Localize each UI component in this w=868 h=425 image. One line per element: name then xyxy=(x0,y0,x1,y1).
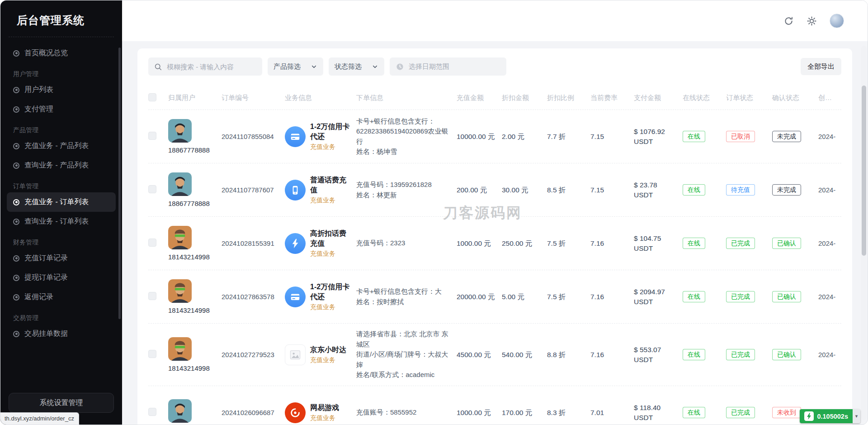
sidebar-item-trade-pending-data[interactable]: 交易挂单数据 xyxy=(7,324,116,344)
order-info: 请选择省市县：北京 北京市 东城区 街道/小区/商场门牌号：大叔大婶 姓名/联系… xyxy=(356,329,457,380)
col-header-order-info: 下单信息 xyxy=(356,93,457,103)
business-name: 高折扣话费充值 xyxy=(310,229,351,248)
product-filter-select[interactable]: 产品筛选 xyxy=(268,57,323,76)
business-type: 充值业务 xyxy=(310,250,351,258)
sidebar-item-label: 提现订单记录 xyxy=(24,273,68,282)
col-header-confirm-status: 确认状态 xyxy=(772,94,818,102)
business-type: 充值业务 xyxy=(310,414,351,422)
refresh-icon[interactable] xyxy=(783,16,794,26)
order-number: 20241107787607 xyxy=(222,186,285,194)
table-header-row: 归属用户 订单编号 业务信息 下单信息 充值金额 折扣金额 折扣比例 当前费率 … xyxy=(148,86,841,110)
sidebar-item-label: 交易挂单数据 xyxy=(24,329,68,339)
online-status-badge: 在线 xyxy=(683,349,705,361)
col-header-created: 创建时间 xyxy=(818,94,844,102)
row-checkbox[interactable] xyxy=(148,239,156,247)
table-row: 20241026096687 网易游戏 充值业务 充值账号：5855952 10… xyxy=(148,386,841,425)
online-status-badge: 在线 xyxy=(683,131,705,143)
sidebar-item-overview[interactable]: 首页概况总览 xyxy=(7,43,116,63)
profile-avatar[interactable] xyxy=(830,14,844,28)
order-number: 20241026096687 xyxy=(222,409,285,416)
sidebar-item-label: 返佣记录 xyxy=(24,292,53,302)
discount-ratio: 7.5 折 xyxy=(547,292,590,302)
sidebar-item-rebate-records[interactable]: 返佣记录 xyxy=(7,287,116,307)
table-row: 18867778888 20241107787607 普通话费充值 充值业务 充… xyxy=(148,163,841,217)
discount-ratio: 8.3 折 xyxy=(547,408,590,418)
pay-amount: $ 23.78 USDT xyxy=(634,180,683,200)
mobile-phone-icon xyxy=(285,180,306,201)
app-window: 后台管理系统 首页概况总览 用户管理 用户列表 支付管理 产品管理 充值业务 -… xyxy=(0,0,868,425)
col-header-order-no: 订单编号 xyxy=(222,94,285,102)
recharge-amount: 1000.00 元 xyxy=(457,408,502,418)
date-range-picker[interactable]: 选择日期范围 xyxy=(390,57,506,76)
sidebar-section-finance-mgmt: 财务管理 xyxy=(7,239,116,247)
created-time: 2024- xyxy=(818,186,844,194)
chevron-down-icon: ▾ xyxy=(853,409,860,423)
row-checkbox[interactable] xyxy=(148,408,156,416)
sidebar-item-query-product-list[interactable]: 查询业务 - 产品列表 xyxy=(7,156,116,175)
sidebar-item-user-list[interactable]: 用户列表 xyxy=(7,80,116,100)
sidebar-scrollbar-thumb[interactable] xyxy=(118,48,121,319)
circle-dot-icon xyxy=(13,162,19,169)
discount-amount: 5.00 元 xyxy=(502,292,547,302)
business-type: 充值业务 xyxy=(310,303,351,311)
row-checkbox[interactable] xyxy=(148,350,156,358)
business-type: 充值业务 xyxy=(310,143,351,151)
sidebar-item-payment-mgmt[interactable]: 支付管理 xyxy=(7,100,116,119)
order-info: 卡号+银行信息包含支行：6228233865194020869农业银行 姓名：杨… xyxy=(356,116,457,157)
order-list-card: 产品筛选 状态筛选 选择日期范围 全部导出 xyxy=(137,48,852,425)
sidebar: 后台管理系统 首页概况总览 用户管理 用户列表 支付管理 产品管理 充值业务 -… xyxy=(0,0,122,425)
orders-table: 归属用户 订单编号 业务信息 下单信息 充值金额 折扣金额 折扣比例 当前费率 … xyxy=(148,86,841,425)
sidebar-item-label: 充值业务 - 订单列表 xyxy=(24,197,89,207)
theme-light-icon[interactable] xyxy=(807,16,817,26)
sidebar-section-user-mgmt: 用户管理 xyxy=(7,70,116,78)
sidebar-item-recharge-order-records[interactable]: 充值订单记录 xyxy=(7,248,116,268)
page-load-timer-badge[interactable]: 0.105002s ▾ xyxy=(800,409,860,423)
business-name: 1-2万信用卡代还 xyxy=(310,282,351,301)
current-rate: 7.01 xyxy=(590,408,634,418)
created-time: 2024- xyxy=(818,133,844,140)
netease-logo-icon xyxy=(285,402,306,423)
lightning-icon xyxy=(285,233,306,254)
order-status-badge: 已完成 xyxy=(726,238,755,249)
vertical-scrollbar-thumb[interactable] xyxy=(862,86,866,256)
business-name: 京东小时达 xyxy=(310,345,351,355)
col-header-rate: 当前费率 xyxy=(590,94,634,102)
select-all-checkbox[interactable] xyxy=(148,93,156,101)
table-row: 18143214998 20241027279523 京东小时达 充值业务 请选… xyxy=(148,324,841,386)
system-settings-button[interactable]: 系统设置管理 xyxy=(9,393,114,413)
online-status-badge: 在线 xyxy=(683,291,705,303)
order-status-badge: 已取消 xyxy=(726,131,755,143)
search-icon xyxy=(154,62,162,71)
discount-amount: 170.00 元 xyxy=(502,408,547,418)
sidebar-item-recharge-order-list[interactable]: 充值业务 - 订单列表 xyxy=(7,192,116,212)
search-input[interactable] xyxy=(166,62,257,71)
col-header-online-status: 在线状态 xyxy=(683,94,726,102)
circle-dot-icon xyxy=(13,106,19,113)
business-name: 1-2万信用卡代还 xyxy=(310,122,351,141)
sidebar-section-product-mgmt: 产品管理 xyxy=(7,126,116,134)
discount-amount: 250.00 元 xyxy=(502,239,547,248)
status-filter-select[interactable]: 状态筛选 xyxy=(329,57,384,76)
row-checkbox[interactable] xyxy=(148,132,156,140)
user-avatar xyxy=(168,337,192,361)
sidebar-section-trade-mgmt: 交易管理 xyxy=(7,314,116,322)
export-all-button[interactable]: 全部导出 xyxy=(801,58,841,75)
sidebar-item-recharge-product-list[interactable]: 充值业务 - 产品列表 xyxy=(7,136,116,156)
status-filter-label: 状态筛选 xyxy=(335,62,362,71)
recharge-amount: 10000.00 元 xyxy=(457,132,502,142)
sidebar-item-withdraw-order-records[interactable]: 提现订单记录 xyxy=(7,268,116,287)
order-info: 卡号+银行信息包含支行：大 姓名：按时擦拭 xyxy=(356,287,457,307)
credit-card-icon xyxy=(285,126,306,147)
business-name: 网易游戏 xyxy=(310,403,351,413)
user-avatar xyxy=(168,399,192,423)
row-checkbox[interactable] xyxy=(148,185,156,193)
circle-dot-icon xyxy=(13,87,19,93)
row-checkbox[interactable] xyxy=(148,292,156,300)
discount-ratio: 7.5 折 xyxy=(547,239,590,248)
order-number: 20241027863578 xyxy=(222,293,285,301)
confirm-status-badge: 已确认 xyxy=(772,238,801,249)
col-header-ratio: 折扣比例 xyxy=(547,94,590,102)
sidebar-item-query-order-list[interactable]: 查询业务 - 订单列表 xyxy=(7,212,116,231)
app-title: 后台管理系统 xyxy=(0,0,122,37)
circle-dot-icon xyxy=(13,50,19,57)
